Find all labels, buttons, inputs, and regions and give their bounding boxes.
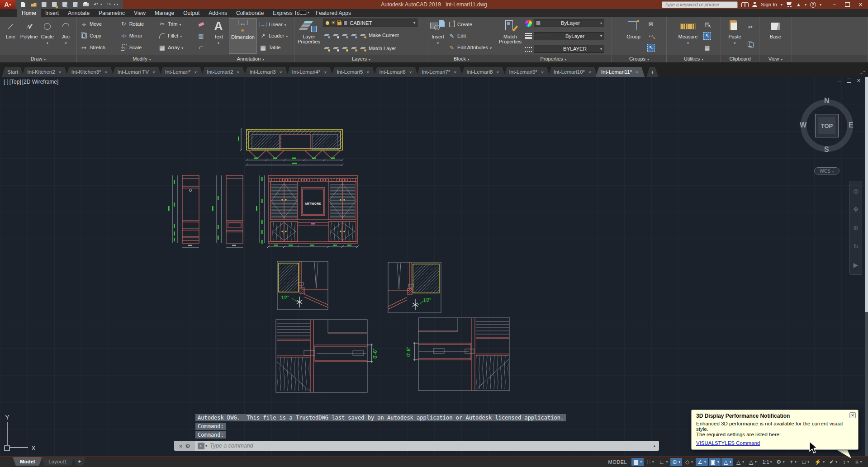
panel-label-utilities[interactable]: Utilities	[667, 55, 721, 62]
file-tab[interactable]: Int-Lemari6	[374, 67, 418, 77]
file-tab[interactable]: Int-Lemari8	[461, 67, 505, 77]
pan-icon[interactable]: ✥	[853, 206, 859, 213]
restore-button[interactable]	[841, 0, 854, 9]
group-button[interactable]: Group	[624, 18, 644, 54]
close-button[interactable]	[854, 0, 867, 9]
new-file-button[interactable]	[20, 1, 26, 8]
ribbon-tab[interactable]: Insert	[41, 9, 63, 17]
modify-tool-button[interactable]: Stretch	[79, 42, 119, 53]
orbit-icon[interactable]: ↻	[853, 243, 859, 250]
snap-toggle[interactable]: ∷	[645, 458, 656, 466]
zoom-icon[interactable]: ⊕	[853, 224, 859, 231]
sign-in-button[interactable]: Sign In	[761, 2, 777, 7]
compass-south[interactable]: S	[824, 146, 829, 154]
new-layout-button[interactable]: +	[73, 457, 85, 466]
close-tab-icon[interactable]	[236, 69, 240, 75]
ribbon-tab[interactable]: Add-ins	[204, 9, 232, 17]
quick-calculator-icon[interactable]	[703, 44, 711, 52]
layer-select[interactable]: CABINET ▾	[323, 19, 417, 27]
block-tool-button[interactable]: Create	[446, 19, 493, 30]
panel-label-view[interactable]: View	[759, 55, 792, 62]
ungroup-icon[interactable]	[647, 20, 655, 28]
panel-label-clipboard[interactable]: Clipboard	[721, 55, 759, 62]
close-tab-icon[interactable]	[279, 69, 283, 75]
undo-button[interactable]	[93, 1, 99, 8]
draw-tool-button[interactable]: Polyline	[20, 18, 38, 54]
isodraft-toggle[interactable]: ◇	[683, 458, 695, 466]
visualstyles-command-link[interactable]: VISUALSTYLES Command	[696, 440, 760, 446]
upload-button[interactable]	[62, 1, 68, 8]
draw-tool-button[interactable]: Circle	[39, 18, 57, 54]
qat-customize-icon[interactable]: ▾	[117, 3, 119, 6]
panel-label-draw[interactable]: Draw	[0, 55, 76, 62]
command-input[interactable]	[209, 442, 653, 449]
model-space-button[interactable]: MODEL	[605, 458, 631, 466]
search-input[interactable]	[662, 1, 738, 8]
close-tab-icon[interactable]	[323, 69, 327, 75]
annotation-scale-icon[interactable]: △	[747, 458, 759, 466]
drawing-canvas[interactable]: ARTWORK 1/2"	[0, 77, 868, 457]
cut-icon[interactable]	[747, 24, 754, 31]
panel-label-modify[interactable]: Modify	[77, 55, 207, 62]
vertical-scrollbar[interactable]	[865, 77, 868, 456]
layer-thaw-icon[interactable]	[331, 20, 336, 26]
select-similar-icon[interactable]	[703, 32, 711, 40]
layer-tool-icon[interactable]	[332, 46, 339, 52]
file-tab[interactable]: Int-Lemari4*	[287, 67, 333, 77]
compass-north[interactable]: N	[824, 97, 830, 105]
file-tab[interactable]: Int-Kitchen3*	[66, 67, 114, 77]
autosnap-tracking-toggle[interactable]: ∠	[696, 458, 707, 466]
model-tab[interactable]: Model	[13, 457, 42, 466]
close-tab-icon[interactable]	[152, 69, 156, 75]
layer-tool-icon[interactable]	[351, 46, 357, 52]
close-tab-icon[interactable]	[453, 69, 457, 75]
text-button[interactable]: A Text	[209, 18, 228, 54]
file-tab[interactable]: Start	[2, 67, 24, 77]
command-line-grip[interactable]	[174, 441, 195, 451]
base-button[interactable]: Base	[766, 18, 786, 54]
connect-menu[interactable]: ▾	[299, 10, 309, 14]
close-tab-icon[interactable]	[588, 69, 592, 75]
scrollbar-thumb[interactable]	[865, 77, 868, 312]
ribbon-tab[interactable]: Output	[179, 9, 204, 17]
dimension-button[interactable]: Dimension	[229, 18, 257, 54]
linetype-icon[interactable]	[525, 47, 532, 52]
modify-tool-button[interactable]: Move	[79, 18, 119, 29]
draw-tool-button[interactable]: Line	[2, 18, 19, 54]
close-notification-icon[interactable]	[849, 412, 856, 418]
view-menu[interactable]: [Top]	[9, 79, 21, 85]
viewcube-top-face[interactable]: TOP	[815, 114, 839, 137]
showmotion-icon[interactable]: ▶	[854, 261, 859, 269]
layer-tool-icon[interactable]	[342, 33, 348, 38]
file-tab[interactable]: Int-Lemari2	[201, 67, 246, 77]
save-button[interactable]	[41, 1, 47, 8]
minimize-drawing-icon[interactable]	[838, 78, 840, 84]
match-layer-button[interactable]: Match Layer	[369, 46, 396, 51]
close-drawing-icon[interactable]	[857, 78, 861, 84]
draw-tool-button[interactable]: Arc	[57, 18, 75, 54]
file-tab[interactable]: Int-Lemari3	[244, 67, 288, 77]
app-store-caret-icon[interactable]: ▾	[805, 3, 806, 7]
save-status[interactable]: ✔	[827, 458, 839, 466]
undo-caret-icon[interactable]: ▾	[100, 3, 102, 6]
graphics-performance[interactable]: ⚡	[813, 458, 827, 466]
linetype-select[interactable]: BYLAYER ▾	[534, 45, 604, 53]
modify-tool-button[interactable]: Scale	[119, 42, 157, 53]
osnap-toggle[interactable]: ▣	[709, 458, 721, 466]
file-tab[interactable]: Int-Lemari7*	[417, 67, 463, 77]
file-tab[interactable]: Int-Lemari TV	[112, 67, 161, 77]
layer-properties-button[interactable]: Layer Properties	[296, 18, 322, 54]
navigation-wheel-icon[interactable]: ◎	[853, 187, 859, 194]
insert-block-button[interactable]: Insert	[430, 18, 446, 54]
file-tab[interactable]: Int-Kitchen2	[22, 67, 67, 77]
file-tab[interactable]: Int-Lemari9*	[503, 67, 550, 77]
quick-select-icon[interactable]	[703, 20, 711, 28]
compass-east[interactable]: E	[849, 121, 854, 129]
close-tab-icon[interactable]	[635, 69, 639, 75]
erase-icon[interactable]	[197, 20, 205, 28]
ribbon-tab[interactable]: Parametric	[94, 9, 129, 17]
make-current-icon[interactable]	[360, 33, 366, 38]
workspace-switching[interactable]: ⚙	[774, 458, 786, 466]
sign-in-caret-icon[interactable]: ▾	[781, 3, 783, 7]
visual-style-menu[interactable]: [2D Wireframe]	[22, 79, 59, 85]
